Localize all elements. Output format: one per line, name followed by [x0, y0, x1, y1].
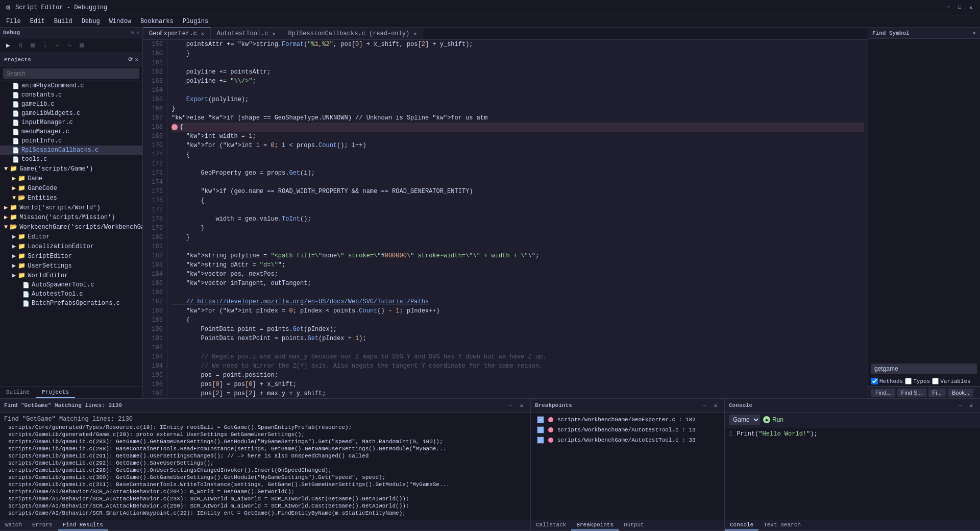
code-line[interactable]: { — [172, 196, 864, 205]
close-icon[interactable]: ✕ — [413, 31, 416, 37]
breakpoint-checkbox[interactable]: ✓ — [537, 437, 544, 444]
book-button[interactable]: Book... — [948, 389, 973, 397]
code-line[interactable]: polyline += pointsAttr; — [172, 67, 864, 77]
code-line[interactable]: pointsAttr += "kw">string.Format("%1,%2"… — [172, 40, 864, 49]
code-line[interactable] — [172, 343, 864, 352]
list-item[interactable]: scripts/GameLib/gameLib.c(288): BaseCont… — [4, 445, 526, 452]
code-content[interactable]: pointsAttr += "kw">string.Format("%1,%2"… — [167, 40, 868, 398]
panel-tab-breakpoints[interactable]: Breakpoints — [571, 520, 619, 530]
code-line[interactable]: { — [172, 123, 864, 132]
breakpoint-checkbox[interactable]: ✓ — [537, 426, 544, 433]
list-item[interactable]: scripts/GameLib/gameLib.c(298): GetGame(… — [4, 467, 526, 474]
code-line[interactable]: // Negate pos.z and add max_y because ou… — [172, 352, 864, 361]
code-line[interactable] — [172, 242, 864, 251]
symbol-search-input[interactable] — [871, 364, 977, 374]
list-item[interactable]: 📄 constants.c — [0, 90, 142, 100]
list-item[interactable]: 📄 gameLibWidgets.c — [0, 109, 142, 118]
list-item[interactable]: scripts/GameLib/gameLib.c(291): GetGame(… — [4, 452, 526, 460]
list-item[interactable]: 📄 inputManager.c — [0, 118, 142, 127]
code-line[interactable]: } — [172, 104, 864, 113]
close-icon[interactable]: ✕ — [201, 31, 204, 37]
debug-step-out-button[interactable]: ⤷ — [64, 40, 75, 51]
list-item[interactable]: 📄 pointInfo.c — [0, 136, 142, 146]
code-line[interactable]: "kw">int width = 1; — [172, 132, 864, 141]
folder-item-workbenchgame[interactable]: ▼ 📂 WorkbenchGame('scripts/WorkbenchGame… — [0, 222, 142, 232]
menu-window[interactable]: Window — [105, 17, 135, 26]
code-line[interactable]: pos[0] = pos[0] + x_shift; — [172, 380, 864, 389]
debug-step-into-button[interactable]: ⤶ — [52, 40, 62, 51]
menu-build[interactable]: Build — [50, 17, 77, 26]
projects-sync-icon[interactable]: ⟳ — [128, 56, 133, 63]
panel-close-icon[interactable]: ✕ — [136, 30, 139, 36]
console-game-select[interactable]: Game — [729, 415, 760, 425]
folder-item-scripteditor[interactable]: ▶ 📁 ScriptEditor — [8, 251, 142, 261]
panel-tab-errors[interactable]: Errors — [27, 520, 58, 530]
menu-edit[interactable]: Edit — [26, 17, 49, 26]
code-line[interactable]: "kw">if (geo.name == ROAD_WIDTH_PROPERTY… — [172, 187, 864, 196]
menu-bookmarks[interactable]: Bookmarks — [136, 17, 178, 26]
list-item[interactable]: scripts/GameLib/gameLib.c(283): GetGame(… — [4, 438, 526, 445]
folder-item-worldeditor[interactable]: ▶ 📁 WorldEditor — [8, 271, 142, 280]
panel-minimize-icon[interactable]: ─ — [506, 401, 515, 410]
code-line[interactable]: "kw">string polyline = "<path fill=\"non… — [172, 251, 864, 260]
list-item[interactable]: scripts/GameLib/gameLib.c(292): GetGame(… — [4, 460, 526, 467]
projects-settings-icon[interactable]: ✕ — [135, 56, 138, 63]
code-line[interactable]: } — [172, 233, 864, 242]
maximize-button[interactable]: □ — [954, 3, 965, 13]
panel-tab-callstack[interactable]: Callstack — [531, 520, 571, 530]
menu-file[interactable]: File — [2, 17, 25, 26]
run-button[interactable]: Run — [763, 416, 783, 423]
folder-item-usersettings[interactable]: ▶ 📁 UserSettings — [8, 261, 142, 271]
find-s-button[interactable]: Find S... — [897, 389, 926, 397]
list-item[interactable]: scripts/Game/AI/Behavior/SCR_SmartAction… — [4, 510, 526, 517]
code-line[interactable]: // https://developer.mozilla.org/en-US/d… — [172, 297, 864, 306]
breakpoint-checkbox[interactable]: ✓ — [537, 416, 544, 423]
code-line[interactable]: "kw">for ("kw">int i = 0; i < props.Coun… — [172, 141, 864, 150]
debug-step-over-button[interactable]: ⤵ — [40, 40, 50, 51]
list-item[interactable]: ✓scripts/WorkbenchGame/AutotestTool.c : … — [535, 435, 720, 445]
code-line[interactable] — [172, 58, 864, 67]
panel-close-icon[interactable]: ✕ — [517, 401, 526, 410]
code-line[interactable]: { — [172, 150, 864, 159]
list-item[interactable]: ✓scripts/WorkbenchGame/AutotestTool.c : … — [535, 425, 720, 435]
list-item[interactable]: 📄 AutotestTool.c — [8, 289, 142, 299]
code-line[interactable]: width = geo.value.ToInt(); — [172, 214, 864, 224]
menu-debug[interactable]: Debug — [78, 17, 104, 26]
console-content[interactable]: 1Print("Hello World!"); — [725, 427, 980, 520]
list-item[interactable]: 📄 animPhysCommand.c — [0, 81, 142, 90]
list-item[interactable]: scripts/GameLib/gameLib.c(300): GetGame(… — [4, 474, 526, 481]
code-editor[interactable]: 1591601611621631641651661671681691701711… — [143, 40, 868, 398]
panel-tab-output[interactable]: Output — [619, 520, 649, 530]
folder-item-game[interactable]: ▼ 📁 Game('scripts/Game') — [0, 164, 142, 174]
list-item[interactable]: 📄 menuManager.c — [0, 127, 142, 136]
minimize-button[interactable]: ─ — [943, 3, 953, 13]
folder-item-gamecode[interactable]: ▶ 📁 GameCode — [8, 183, 142, 193]
panel-close-icon[interactable]: ✕ — [972, 30, 976, 36]
code-line[interactable] — [172, 288, 864, 297]
code-line[interactable]: } — [172, 49, 864, 58]
folder-item-localizationeditor[interactable]: ▶ 📁 LocalizationEditor — [8, 242, 142, 251]
folder-item-entities[interactable]: ▼ 📂 Entities — [8, 193, 142, 203]
code-line[interactable]: PointData point = points.Get(pIndex); — [172, 325, 864, 334]
list-item[interactable]: 📄 BatchPrefabsOperations.c — [8, 299, 142, 308]
list-item[interactable]: 📄 AutoSpawnerTool.c — [8, 280, 142, 289]
list-item[interactable]: 📄 tools.c — [0, 155, 142, 164]
list-item[interactable]: scripts/Game/AI/Behavior/SCR_AIAttackBeh… — [4, 488, 526, 495]
tab-outline[interactable]: Outline — [0, 387, 36, 398]
code-line[interactable]: "kw">else "kw">if (shape == GeoShapeType… — [172, 113, 864, 123]
code-line[interactable] — [172, 205, 864, 214]
list-item[interactable]: 📄 gameLib.c — [0, 100, 142, 109]
folder-item-world[interactable]: ▶ 📁 World('scripts/World') — [0, 203, 142, 212]
code-line[interactable]: polyline += "\\/>"; — [172, 77, 864, 86]
code-line[interactable]: "kw">for ("kw">int pIndex = 0; pIndex < … — [172, 306, 864, 316]
code-line[interactable] — [172, 178, 864, 187]
menu-plugins[interactable]: Plugins — [179, 17, 212, 26]
code-line[interactable]: // We need to mirror the Z(Y) axis. Also… — [172, 361, 864, 371]
code-line[interactable]: pos[2] = pos[2] + max_y + y_shift; — [172, 389, 864, 398]
debug-stop-button[interactable]: ⏹ — [28, 40, 38, 51]
tab-rplsessioncallbacks[interactable]: RplSessionCallbacks.c (read-only) ✕ — [282, 28, 424, 39]
code-line[interactable]: pos = point.position; — [172, 371, 864, 380]
list-item[interactable]: scripts/Game/AI/Behavior/SCR_AIAttackBeh… — [4, 502, 526, 510]
find-button[interactable]: Find... — [871, 389, 895, 397]
debug-play-button[interactable]: ▶ — [3, 40, 13, 51]
